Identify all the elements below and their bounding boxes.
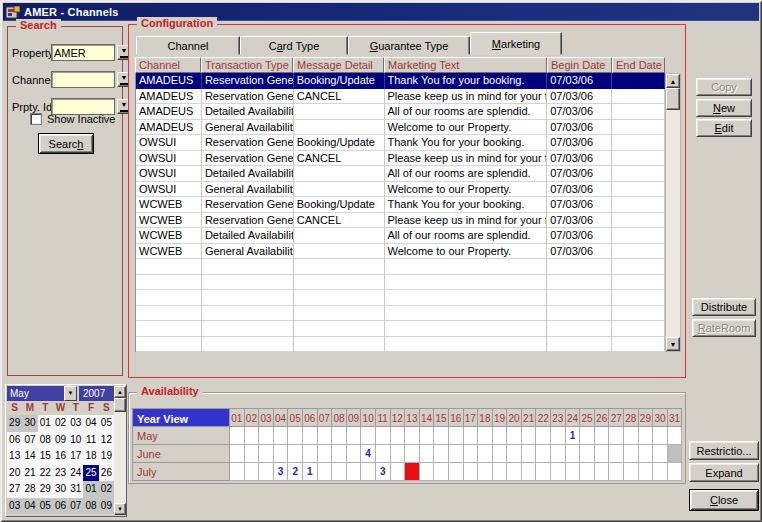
- availability-cell[interactable]: [245, 445, 260, 463]
- availability-cell[interactable]: [609, 463, 624, 481]
- titlebar[interactable]: AMER - Channels: [3, 3, 759, 21]
- table-row[interactable]: OWSUIGeneral AvailabilityWelcome to our …: [136, 182, 665, 198]
- availability-cell[interactable]: [230, 445, 245, 463]
- availability-cell[interactable]: [303, 445, 318, 463]
- calendar-day[interactable]: 07: [22, 432, 37, 449]
- calendar-day[interactable]: 08: [38, 432, 53, 449]
- availability-cell[interactable]: [478, 427, 493, 445]
- calendar-day[interactable]: 05: [38, 498, 53, 515]
- calendar-scrollbar[interactable]: ▲ ▼: [114, 386, 126, 515]
- availability-cell[interactable]: [536, 463, 551, 481]
- availability-cell[interactable]: [595, 463, 610, 481]
- calendar-day[interactable]: 17: [68, 448, 83, 465]
- calendar-scroll-down-button[interactable]: ▼: [114, 503, 126, 515]
- availability-cell[interactable]: [566, 445, 581, 463]
- availability-cell[interactable]: [478, 463, 493, 481]
- availability-cell[interactable]: [595, 445, 610, 463]
- show-inactive-checkbox[interactable]: [30, 113, 42, 125]
- calendar-day[interactable]: 20: [7, 465, 22, 482]
- availability-cell[interactable]: [595, 427, 610, 445]
- table-row[interactable]: [136, 259, 665, 275]
- calendar-day-selected[interactable]: 25: [83, 465, 98, 482]
- availability-cell[interactable]: [245, 427, 260, 445]
- calendar-day[interactable]: 15: [38, 448, 53, 465]
- availability-cell[interactable]: [507, 463, 522, 481]
- year-view-header[interactable]: Year View: [132, 408, 230, 427]
- table-row[interactable]: OWSUIDetailed AvailabilityAll of our roo…: [136, 166, 665, 182]
- availability-cell[interactable]: [464, 445, 479, 463]
- availability-cell[interactable]: [493, 445, 508, 463]
- table-row[interactable]: WCWEBDetailed AvailabilityAll of our roo…: [136, 228, 665, 244]
- availability-cell[interactable]: [639, 445, 654, 463]
- table-row[interactable]: WCWEBGeneral AvailabilityWelcome to our …: [136, 244, 665, 260]
- calendar-day[interactable]: 26: [99, 465, 114, 482]
- availability-cell[interactable]: [580, 463, 595, 481]
- table-row[interactable]: [136, 306, 665, 322]
- availability-cell[interactable]: [303, 427, 318, 445]
- availability-cell[interactable]: [332, 445, 347, 463]
- availability-cell[interactable]: [668, 463, 683, 481]
- availability-cell[interactable]: [318, 463, 333, 481]
- availability-cell[interactable]: [653, 427, 668, 445]
- availability-cell[interactable]: [478, 445, 493, 463]
- tab-channel[interactable]: Channel: [136, 36, 240, 55]
- calendar-day[interactable]: 22: [38, 465, 53, 482]
- availability-cell[interactable]: [580, 445, 595, 463]
- availability-cell[interactable]: [420, 427, 435, 445]
- availability-cell[interactable]: [493, 463, 508, 481]
- availability-cell[interactable]: [668, 445, 683, 463]
- calendar-day[interactable]: 23: [53, 465, 68, 482]
- availability-cell[interactable]: [318, 445, 333, 463]
- availability-cell[interactable]: [522, 445, 537, 463]
- availability-cell[interactable]: [449, 445, 464, 463]
- table-row[interactable]: AMADEUSGeneral AvailabilityWelcome to ou…: [136, 120, 665, 136]
- scroll-down-button[interactable]: ▼: [666, 337, 680, 351]
- availability-cell[interactable]: [507, 445, 522, 463]
- calendar-day[interactable]: 13: [7, 448, 22, 465]
- calendar-day[interactable]: 01: [38, 415, 53, 432]
- calendar-day[interactable]: 29: [38, 481, 53, 498]
- availability-cell[interactable]: [464, 463, 479, 481]
- availability-cell[interactable]: 1: [303, 463, 318, 481]
- availability-cell[interactable]: [288, 445, 303, 463]
- calendar-day[interactable]: 04: [22, 498, 37, 515]
- availability-cell[interactable]: [551, 445, 566, 463]
- restrictions-button[interactable]: Restrictio...: [689, 441, 759, 460]
- availability-cell[interactable]: [288, 427, 303, 445]
- calendar-day[interactable]: 03: [7, 498, 22, 515]
- channel-input[interactable]: [51, 71, 115, 88]
- calendar-day[interactable]: 28: [22, 481, 37, 498]
- availability-cell[interactable]: [668, 427, 683, 445]
- calendar-day[interactable]: 16: [53, 448, 68, 465]
- availability-cell[interactable]: [361, 427, 376, 445]
- calendar-day[interactable]: 07: [68, 498, 83, 515]
- availability-cell[interactable]: [405, 427, 420, 445]
- availability-cell[interactable]: [405, 445, 420, 463]
- availability-cell[interactable]: [609, 445, 624, 463]
- table-vertical-scrollbar[interactable]: ▲ ▼: [665, 73, 681, 352]
- availability-cell[interactable]: [347, 463, 362, 481]
- availability-cell[interactable]: [391, 427, 406, 445]
- availability-cell[interactable]: 3: [274, 463, 289, 481]
- availability-cell[interactable]: [259, 445, 274, 463]
- availability-cell[interactable]: [230, 463, 245, 481]
- availability-cell[interactable]: [624, 445, 639, 463]
- property-input[interactable]: [51, 44, 115, 61]
- availability-cell[interactable]: [274, 427, 289, 445]
- tab-guarantee-type[interactable]: Guarantee Type: [348, 36, 470, 55]
- availability-cell[interactable]: [609, 427, 624, 445]
- availability-cell[interactable]: [449, 463, 464, 481]
- calendar-day[interactable]: 05: [99, 415, 114, 432]
- availability-cell[interactable]: [347, 427, 362, 445]
- availability-cell[interactable]: [420, 445, 435, 463]
- availability-cell[interactable]: [624, 463, 639, 481]
- availability-cell[interactable]: 4: [361, 445, 376, 463]
- availability-cell[interactable]: [522, 427, 537, 445]
- search-button[interactable]: Search: [38, 133, 94, 154]
- tab-card-type[interactable]: Card Type: [240, 36, 348, 55]
- availability-cell[interactable]: [464, 427, 479, 445]
- table-row[interactable]: [136, 337, 665, 353]
- availability-cell[interactable]: [376, 427, 391, 445]
- calendar-day[interactable]: 30: [22, 415, 37, 432]
- availability-cell[interactable]: [259, 427, 274, 445]
